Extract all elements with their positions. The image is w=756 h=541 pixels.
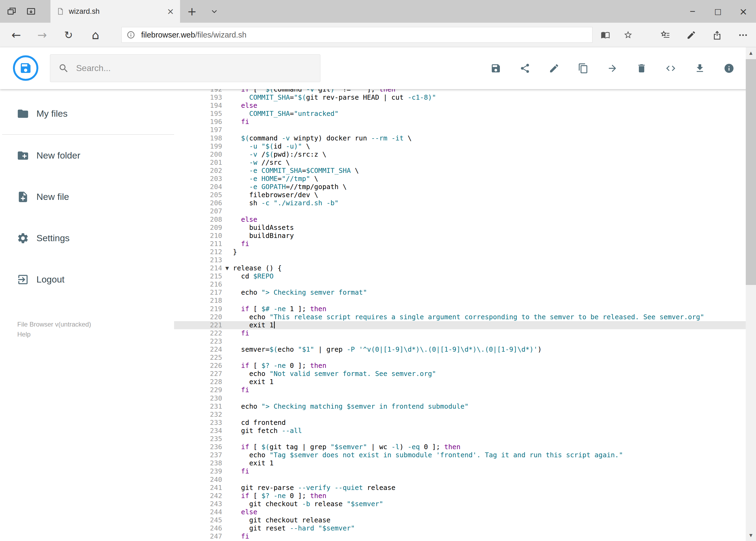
code-line[interactable]: 239 fi [174, 467, 746, 475]
code-line[interactable]: 210 buildBinary [174, 232, 746, 240]
code-line[interactable]: 209 buildAssets [174, 224, 746, 232]
code-line[interactable]: 247 fi [174, 532, 746, 540]
add-favorite-button[interactable] [620, 27, 636, 43]
sidebar-item-logout[interactable]: Logout [0, 259, 174, 300]
code-line[interactable]: 235 [174, 435, 746, 443]
scrollbar-thumb[interactable] [746, 59, 756, 285]
info-button[interactable] [723, 62, 735, 74]
code-line[interactable]: 193 COMMIT_SHA="$(git rev-parse HEAD | c… [174, 94, 746, 102]
code-editor[interactable]: 192 if [ "$(command -v git)" != "" ]; th… [174, 89, 746, 541]
code-line[interactable]: 221 exit 1 [174, 321, 746, 329]
code-line[interactable]: 226 if [ $? -ne 0 ]; then [174, 362, 746, 370]
code-line[interactable]: 199 -u "$(id -u)" \ [174, 142, 746, 151]
code-line[interactable]: 205 filebrowser/dev \ [174, 191, 746, 199]
minimize-button[interactable]: ─ [680, 0, 705, 23]
set-tabs-aside-button[interactable] [23, 0, 39, 23]
code-line[interactable]: 206 sh -c "./wizard.sh -b" [174, 199, 746, 207]
code-line[interactable]: 236 if [ $(git tag | grep "$semver" | wc… [174, 443, 746, 451]
share-button[interactable] [519, 62, 531, 74]
code-line[interactable]: 227 echo "Not valid semver format. See s… [174, 370, 746, 378]
code-line[interactable]: 233 cd frontend [174, 419, 746, 427]
code-line[interactable]: 237 echo "Tag $semver does not exist in … [174, 451, 746, 459]
code-line[interactable]: 202 -e COMMIT_SHA=$COMMIT_SHA \ [174, 167, 746, 175]
help-link[interactable]: Help [17, 329, 91, 339]
code-line[interactable]: 242 if [ $? -ne 0 ]; then [174, 492, 746, 500]
copy-button[interactable] [577, 62, 589, 74]
code-line[interactable]: 243 git checkout -b release "$semver" [174, 500, 746, 508]
code-line[interactable]: 215 cd $REPO [174, 272, 746, 280]
sidebar-item-new-folder[interactable]: New folder [0, 135, 174, 176]
code-line[interactable]: 232 [174, 410, 746, 419]
sidebar-item-my-files[interactable]: My files [0, 93, 174, 134]
code-line[interactable]: 211 fi [174, 240, 746, 248]
code-line[interactable]: 200 -v /$(pwd):/src:z \ [174, 151, 746, 159]
home-button[interactable]: ⌂ [86, 23, 105, 47]
code-line[interactable]: 238 exit 1 [174, 459, 746, 467]
search-input[interactable] [76, 63, 306, 73]
code-line[interactable]: 224 semver=$(echo "$1" | grep -P '^v(0|[… [174, 345, 746, 353]
rename-button[interactable] [548, 62, 560, 74]
download-button[interactable] [694, 62, 706, 74]
move-button[interactable] [607, 62, 619, 74]
close-window-button[interactable]: × [731, 0, 756, 23]
fold-marker-icon[interactable]: ▼ [225, 264, 229, 272]
search-box[interactable] [50, 54, 320, 82]
code-line[interactable]: 204 -e GOPATH=//tmp/gopath \ [174, 183, 746, 191]
reading-view-button[interactable] [597, 27, 614, 43]
share-page-button[interactable] [704, 23, 730, 47]
address-bar[interactable]: filebrowser.web/files/wizard.sh [122, 27, 593, 43]
code-line[interactable]: 198 $(command -v winpty) docker run --rm… [174, 134, 746, 142]
code-line[interactable]: 231 echo "> Checking matching $semver in… [174, 402, 746, 410]
maximize-button[interactable]: □ [705, 0, 731, 23]
new-tab-button[interactable]: + [183, 0, 201, 23]
filebrowser-logo[interactable] [13, 55, 38, 81]
code-line[interactable]: 225 [174, 353, 746, 362]
code-line[interactable]: 246 git reset --hard "$semver" [174, 524, 746, 532]
code-line[interactable]: 220 echo "This release script requires a… [174, 313, 746, 321]
scrollbar-up-arrow[interactable]: ▲ [746, 47, 756, 59]
code-line[interactable]: 212} [174, 248, 746, 256]
save-button[interactable] [490, 62, 502, 74]
code-line[interactable]: 214▼release () { [174, 264, 746, 272]
refresh-button[interactable]: ↻ [59, 23, 78, 47]
sidebar-item-new-file[interactable]: New file [0, 176, 174, 218]
code-line[interactable]: 217 echo "> Checking semver format" [174, 288, 746, 296]
page-scrollbar[interactable]: ▲ ▼ [746, 47, 756, 541]
code-line[interactable]: 241 git rev-parse --verify --quiet relea… [174, 484, 746, 492]
code-line[interactable]: 207 [174, 207, 746, 215]
sidebar-item-settings[interactable]: Settings [0, 218, 174, 259]
code-line[interactable]: 228 exit 1 [174, 378, 746, 386]
tab-preview-button[interactable] [3, 0, 20, 23]
code-line[interactable]: 218 [174, 296, 746, 305]
code-line[interactable]: 244 else [174, 508, 746, 516]
code-line[interactable]: 213 [174, 256, 746, 264]
browser-tab[interactable]: wizard.sh × [51, 0, 180, 23]
code-line[interactable]: 194 else [174, 102, 746, 110]
code-line[interactable]: 230 [174, 394, 746, 402]
raw-view-button[interactable] [665, 62, 677, 74]
code-line[interactable]: 222 fi [174, 329, 746, 337]
delete-button[interactable] [635, 62, 647, 74]
code-line[interactable]: 219 if [ $# -ne 1 ]; then [174, 305, 746, 313]
code-line[interactable]: 196 fi [174, 118, 746, 126]
code-line[interactable]: 197 [174, 126, 746, 134]
code-line[interactable]: 229 fi [174, 386, 746, 394]
scrollbar-down-arrow[interactable]: ▼ [746, 530, 756, 541]
code-line[interactable]: 192 if [ "$(command -v git)" != "" ]; th… [174, 89, 746, 94]
hub-favorites-button[interactable] [652, 23, 678, 47]
code-line[interactable]: 234 git fetch --all [174, 427, 746, 435]
code-line[interactable]: 203 -e HOME="//tmp" \ [174, 175, 746, 183]
tab-list-dropdown-button[interactable] [206, 0, 223, 23]
code-line[interactable]: 245 git checkout release [174, 516, 746, 524]
site-info-icon[interactable] [126, 31, 135, 39]
code-line[interactable]: 208 else [174, 216, 746, 224]
code-line[interactable]: 195 COMMIT_SHA="untracked" [174, 110, 746, 118]
code-line[interactable]: 216 [174, 280, 746, 288]
more-options-button[interactable] [730, 23, 756, 47]
code-line[interactable]: 201 -w //src \ [174, 159, 746, 167]
forward-button[interactable]: → [32, 23, 52, 47]
back-button[interactable]: ← [6, 23, 26, 47]
code-line[interactable]: 223 [174, 337, 746, 345]
code-line[interactable]: 240 [174, 476, 746, 484]
tab-close-button[interactable]: × [167, 7, 174, 16]
